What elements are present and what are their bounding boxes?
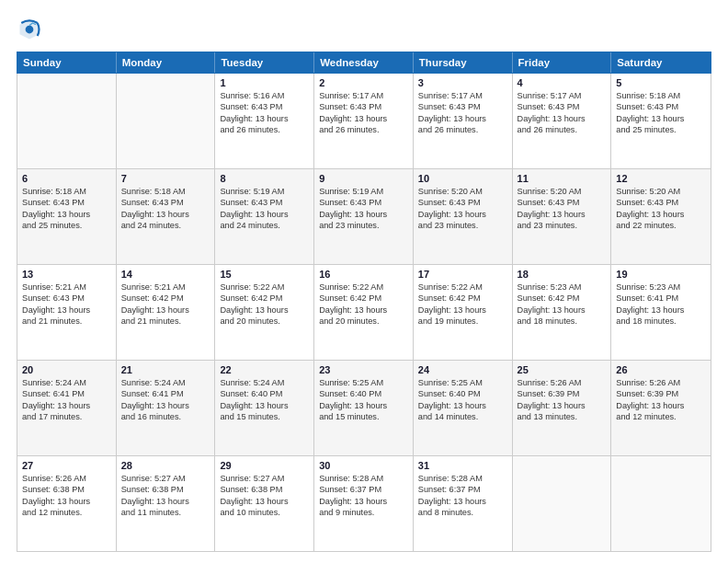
cell-info: Sunrise: 5:18 AMSunset: 6:43 PMDaylight:…: [22, 186, 111, 232]
day-number: 20: [22, 364, 111, 375]
cell-info: Sunrise: 5:20 AMSunset: 6:43 PMDaylight:…: [418, 186, 507, 232]
day-number: 16: [319, 269, 408, 280]
cal-cell-empty: [117, 74, 216, 168]
cal-cell-day-3: 3Sunrise: 5:17 AMSunset: 6:43 PMDaylight…: [414, 74, 513, 168]
day-number: 25: [518, 364, 607, 375]
cal-cell-empty: [17, 74, 117, 168]
day-number: 30: [319, 460, 408, 471]
cal-cell-day-7: 7Sunrise: 5:18 AMSunset: 6:43 PMDaylight…: [117, 169, 216, 264]
day-number: 18: [518, 269, 607, 280]
day-number: 17: [418, 269, 507, 280]
cal-cell-day-19: 19Sunrise: 5:23 AMSunset: 6:41 PMDayligh…: [611, 265, 711, 360]
cell-info: Sunrise: 5:19 AMSunset: 6:43 PMDaylight:…: [319, 186, 408, 232]
cal-cell-day-5: 5Sunrise: 5:18 AMSunset: 6:43 PMDaylight…: [611, 74, 711, 168]
cal-cell-day-1: 1Sunrise: 5:16 AMSunset: 6:43 PMDaylight…: [215, 74, 314, 168]
day-number: 22: [220, 364, 309, 375]
cal-cell-day-16: 16Sunrise: 5:22 AMSunset: 6:42 PMDayligh…: [314, 265, 414, 360]
cal-header-friday: Friday: [513, 52, 612, 73]
cal-cell-day-18: 18Sunrise: 5:23 AMSunset: 6:42 PMDayligh…: [513, 265, 612, 360]
cal-cell-day-14: 14Sunrise: 5:21 AMSunset: 6:42 PMDayligh…: [117, 265, 216, 360]
day-number: 11: [518, 173, 607, 184]
cal-cell-day-9: 9Sunrise: 5:19 AMSunset: 6:43 PMDaylight…: [314, 169, 414, 264]
day-number: 4: [518, 77, 607, 88]
day-number: 1: [220, 77, 309, 88]
day-number: 12: [616, 173, 706, 184]
cal-cell-day-21: 21Sunrise: 5:24 AMSunset: 6:41 PMDayligh…: [117, 361, 216, 455]
day-number: 28: [121, 460, 210, 471]
logo-icon: [17, 17, 42, 42]
day-number: 31: [418, 460, 507, 471]
cell-info: Sunrise: 5:24 AMSunset: 6:41 PMDaylight:…: [22, 377, 111, 423]
cell-info: Sunrise: 5:22 AMSunset: 6:42 PMDaylight:…: [418, 282, 507, 327]
cell-info: Sunrise: 5:26 AMSunset: 6:39 PMDaylight:…: [518, 377, 607, 423]
cell-info: Sunrise: 5:20 AMSunset: 6:43 PMDaylight:…: [616, 186, 706, 232]
cell-info: Sunrise: 5:23 AMSunset: 6:42 PMDaylight:…: [518, 282, 607, 327]
cal-cell-day-4: 4Sunrise: 5:17 AMSunset: 6:43 PMDaylight…: [513, 74, 612, 168]
cal-cell-day-31: 31Sunrise: 5:28 AMSunset: 6:37 PMDayligh…: [414, 456, 513, 551]
cal-cell-day-23: 23Sunrise: 5:25 AMSunset: 6:40 PMDayligh…: [314, 361, 414, 455]
cell-info: Sunrise: 5:28 AMSunset: 6:37 PMDaylight:…: [319, 473, 408, 519]
cal-header-monday: Monday: [117, 52, 216, 73]
day-number: 7: [121, 173, 210, 184]
cal-cell-day-20: 20Sunrise: 5:24 AMSunset: 6:41 PMDayligh…: [17, 361, 117, 455]
cal-cell-day-30: 30Sunrise: 5:28 AMSunset: 6:37 PMDayligh…: [314, 456, 414, 551]
cell-info: Sunrise: 5:17 AMSunset: 6:43 PMDaylight:…: [518, 90, 607, 136]
day-number: 26: [616, 364, 706, 375]
day-number: 6: [22, 173, 111, 184]
cal-cell-day-25: 25Sunrise: 5:26 AMSunset: 6:39 PMDayligh…: [513, 361, 612, 455]
header: [17, 17, 711, 42]
cal-cell-day-13: 13Sunrise: 5:21 AMSunset: 6:43 PMDayligh…: [17, 265, 117, 360]
day-number: 8: [220, 173, 309, 184]
day-number: 15: [220, 269, 309, 280]
cal-header-sunday: Sunday: [17, 52, 117, 73]
day-number: 21: [121, 364, 210, 375]
page: SundayMondayTuesdayWednesdayThursdayFrid…: [0, 0, 728, 563]
cell-info: Sunrise: 5:16 AMSunset: 6:43 PMDaylight:…: [220, 90, 309, 136]
cell-info: Sunrise: 5:27 AMSunset: 6:38 PMDaylight:…: [220, 473, 309, 519]
day-number: 19: [616, 269, 706, 280]
cal-week-2: 6Sunrise: 5:18 AMSunset: 6:43 PMDaylight…: [17, 169, 711, 265]
cell-info: Sunrise: 5:19 AMSunset: 6:43 PMDaylight:…: [220, 186, 309, 232]
cell-info: Sunrise: 5:22 AMSunset: 6:42 PMDaylight:…: [220, 282, 309, 327]
cal-header-wednesday: Wednesday: [314, 52, 414, 73]
cell-info: Sunrise: 5:17 AMSunset: 6:43 PMDaylight:…: [418, 90, 507, 136]
logo: [17, 17, 46, 42]
day-number: 13: [22, 269, 111, 280]
svg-point-1: [26, 26, 34, 34]
cell-info: Sunrise: 5:26 AMSunset: 6:39 PMDaylight:…: [616, 377, 706, 423]
cell-info: Sunrise: 5:26 AMSunset: 6:38 PMDaylight:…: [22, 473, 111, 519]
cal-week-3: 13Sunrise: 5:21 AMSunset: 6:43 PMDayligh…: [17, 265, 711, 361]
day-number: 10: [418, 173, 507, 184]
cal-cell-empty: [513, 456, 612, 551]
day-number: 9: [319, 173, 408, 184]
calendar-header: SundayMondayTuesdayWednesdayThursdayFrid…: [17, 52, 711, 74]
day-number: 5: [616, 77, 706, 88]
cal-week-4: 20Sunrise: 5:24 AMSunset: 6:41 PMDayligh…: [17, 361, 711, 456]
cal-cell-day-8: 8Sunrise: 5:19 AMSunset: 6:43 PMDaylight…: [215, 169, 314, 264]
cal-week-5: 27Sunrise: 5:26 AMSunset: 6:38 PMDayligh…: [17, 456, 711, 551]
cell-info: Sunrise: 5:25 AMSunset: 6:40 PMDaylight:…: [319, 377, 408, 423]
cell-info: Sunrise: 5:24 AMSunset: 6:40 PMDaylight:…: [220, 377, 309, 423]
calendar: SundayMondayTuesdayWednesdayThursdayFrid…: [17, 52, 711, 552]
cal-cell-day-11: 11Sunrise: 5:20 AMSunset: 6:43 PMDayligh…: [513, 169, 612, 264]
cell-info: Sunrise: 5:23 AMSunset: 6:41 PMDaylight:…: [616, 282, 706, 327]
day-number: 23: [319, 364, 408, 375]
day-number: 3: [418, 77, 507, 88]
day-number: 24: [418, 364, 507, 375]
cell-info: Sunrise: 5:20 AMSunset: 6:43 PMDaylight:…: [518, 186, 607, 232]
day-number: 27: [22, 460, 111, 471]
cal-cell-day-2: 2Sunrise: 5:17 AMSunset: 6:43 PMDaylight…: [314, 74, 414, 168]
cal-header-thursday: Thursday: [414, 52, 513, 73]
cell-info: Sunrise: 5:21 AMSunset: 6:42 PMDaylight:…: [121, 282, 210, 327]
cal-cell-day-24: 24Sunrise: 5:25 AMSunset: 6:40 PMDayligh…: [414, 361, 513, 455]
cell-info: Sunrise: 5:25 AMSunset: 6:40 PMDaylight:…: [418, 377, 507, 423]
day-number: 29: [220, 460, 309, 471]
cell-info: Sunrise: 5:21 AMSunset: 6:43 PMDaylight:…: [22, 282, 111, 327]
cell-info: Sunrise: 5:27 AMSunset: 6:38 PMDaylight:…: [121, 473, 210, 519]
cell-info: Sunrise: 5:18 AMSunset: 6:43 PMDaylight:…: [121, 186, 210, 232]
cal-cell-day-29: 29Sunrise: 5:27 AMSunset: 6:38 PMDayligh…: [215, 456, 314, 551]
cal-cell-day-12: 12Sunrise: 5:20 AMSunset: 6:43 PMDayligh…: [611, 169, 711, 264]
cal-cell-empty: [611, 456, 711, 551]
calendar-body: 1Sunrise: 5:16 AMSunset: 6:43 PMDaylight…: [17, 74, 711, 552]
cell-info: Sunrise: 5:28 AMSunset: 6:37 PMDaylight:…: [418, 473, 507, 519]
